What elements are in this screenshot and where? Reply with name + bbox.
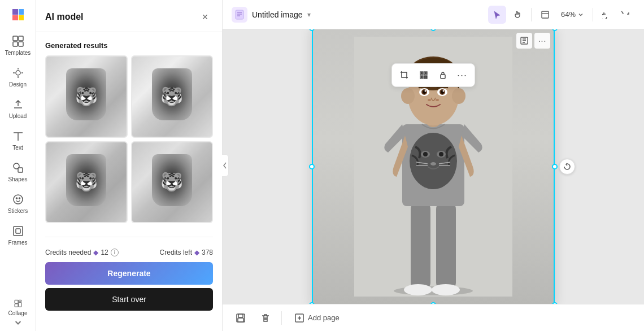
cursor-icon bbox=[493, 10, 502, 19]
tool-separator-2 bbox=[593, 8, 593, 21]
credits-left: Credits left ◆ 378 bbox=[160, 249, 213, 256]
panel-close-button[interactable]: × bbox=[197, 9, 213, 25]
svg-rect-6 bbox=[18, 168, 23, 172]
svg-point-51 bbox=[443, 90, 445, 92]
svg-rect-24 bbox=[424, 76, 425, 77]
sidebar-item-frames-label: Frames bbox=[8, 239, 28, 246]
crop-icon bbox=[400, 71, 409, 80]
frames-icon bbox=[12, 225, 24, 237]
svg-point-55 bbox=[452, 88, 465, 104]
canvas-toolbar: ··· bbox=[391, 63, 475, 87]
hand-tool-button[interactable] bbox=[508, 6, 526, 24]
text-icon bbox=[12, 130, 24, 142]
credits-info-icon[interactable]: i bbox=[111, 249, 119, 256]
delete-page-button[interactable] bbox=[256, 309, 275, 327]
svg-rect-22 bbox=[425, 73, 427, 74]
svg-rect-0 bbox=[13, 36, 18, 41]
generated-result-4[interactable] bbox=[131, 141, 214, 224]
templates-icon bbox=[12, 35, 24, 47]
save-page-button[interactable] bbox=[232, 309, 250, 327]
undo-button[interactable] bbox=[598, 6, 616, 24]
collage-icon bbox=[12, 299, 24, 308]
svg-point-9 bbox=[19, 198, 20, 199]
svg-rect-11 bbox=[16, 229, 20, 233]
rotate-icon bbox=[563, 163, 571, 171]
add-page-button[interactable]: Add page bbox=[289, 310, 345, 326]
qr-icon bbox=[419, 71, 428, 80]
svg-rect-3 bbox=[19, 42, 23, 46]
canvas-area: Untitled image ▾ 64% bbox=[223, 0, 644, 331]
svg-point-39 bbox=[439, 152, 443, 156]
rotate-handle[interactable] bbox=[559, 159, 575, 175]
sidebar-item-shapes[interactable]: Shapes bbox=[0, 156, 36, 188]
sidebar-item-stickers[interactable]: Stickers bbox=[0, 188, 36, 219]
sidebar-item-templates-label: Templates bbox=[5, 50, 31, 56]
shapes-icon bbox=[12, 162, 24, 174]
start-over-button[interactable]: Start over bbox=[45, 288, 213, 311]
view-layout-button[interactable] bbox=[536, 6, 554, 24]
generated-result-2[interactable] bbox=[131, 55, 214, 138]
document-chevron-icon[interactable]: ▾ bbox=[307, 11, 311, 19]
sidebar-item-templates[interactable]: Templates bbox=[0, 29, 36, 61]
select-tool-button[interactable] bbox=[488, 6, 506, 24]
canvas-top-right-buttons: ··· bbox=[516, 33, 550, 49]
svg-rect-27 bbox=[426, 77, 427, 79]
sidebar-item-upload[interactable]: Upload bbox=[0, 93, 36, 124]
generated-result-1[interactable] bbox=[45, 55, 128, 138]
svg-point-52 bbox=[428, 99, 431, 101]
add-page-label: Add page bbox=[308, 313, 340, 322]
canvas-replace-button[interactable] bbox=[516, 33, 532, 49]
sidebar-item-text-label: Text bbox=[12, 145, 23, 151]
design-icon bbox=[12, 67, 24, 79]
sidebar-item-frames[interactable]: Frames bbox=[0, 219, 36, 251]
add-page-icon bbox=[294, 313, 304, 323]
svg-rect-17 bbox=[542, 11, 549, 18]
canvas-crop-button[interactable] bbox=[395, 66, 414, 84]
sidebar-item-text[interactable]: Text bbox=[0, 124, 36, 156]
credits-diamond-icon: ◆ bbox=[93, 249, 98, 256]
svg-rect-12 bbox=[15, 300, 18, 303]
svg-rect-13 bbox=[18, 300, 21, 302]
resize-handle-middle-right[interactable] bbox=[552, 164, 558, 169]
canvas-viewport[interactable]: Page 1 bbox=[223, 29, 644, 304]
resize-handle-bottom-left[interactable] bbox=[309, 302, 315, 304]
svg-point-54 bbox=[401, 88, 415, 104]
credits-left-value: 378 bbox=[202, 249, 213, 256]
topbar: Untitled image ▾ 64% bbox=[223, 0, 644, 29]
sidebar-item-design[interactable]: Design bbox=[0, 61, 36, 93]
sidebar-item-collage[interactable]: Collage bbox=[0, 299, 36, 331]
svg-rect-14 bbox=[18, 302, 21, 307]
tool-separator-1 bbox=[531, 8, 532, 21]
svg-point-7 bbox=[14, 195, 23, 204]
ai-model-panel: AI model × Generated results Credits nee… bbox=[36, 0, 223, 331]
resize-handle-middle-left[interactable] bbox=[309, 164, 315, 169]
sidebar-item-collage-label: Collage bbox=[8, 310, 28, 316]
generated-results-grid bbox=[36, 55, 222, 232]
zoom-control[interactable]: 64% bbox=[556, 8, 588, 21]
stickers-icon bbox=[12, 193, 24, 206]
sidebar-item-stickers-label: Stickers bbox=[8, 208, 28, 214]
bottombar: Add page bbox=[223, 304, 644, 331]
document-icon bbox=[232, 7, 247, 23]
panel-collapse-handle[interactable] bbox=[222, 154, 229, 177]
credits-needed-value: 12 bbox=[101, 249, 108, 256]
credits-left-diamond-icon: ◆ bbox=[194, 249, 199, 256]
sidebar-item-shapes-label: Shapes bbox=[8, 176, 28, 182]
canvas-more-button[interactable]: ··· bbox=[453, 66, 471, 84]
regenerate-button[interactable]: Regenerate bbox=[45, 262, 213, 285]
topbar-tools: 64% bbox=[488, 6, 635, 24]
canvas-qr-button[interactable] bbox=[415, 66, 433, 84]
hand-icon bbox=[513, 10, 522, 19]
resize-handle-bottom-right[interactable] bbox=[552, 302, 558, 304]
svg-rect-23 bbox=[421, 77, 423, 78]
svg-point-50 bbox=[425, 90, 427, 92]
topbar-left: Untitled image ▾ bbox=[232, 7, 481, 23]
canvas-lock-button[interactable] bbox=[434, 66, 452, 84]
app-logo[interactable] bbox=[7, 5, 29, 25]
generated-result-3[interactable] bbox=[45, 141, 128, 224]
resize-handle-bottom-middle[interactable] bbox=[430, 302, 436, 304]
svg-point-56 bbox=[404, 284, 432, 295]
canvas-more2-button[interactable]: ··· bbox=[534, 33, 550, 49]
credits-left-label: Credits left bbox=[160, 249, 192, 256]
redo-button[interactable] bbox=[617, 6, 635, 24]
